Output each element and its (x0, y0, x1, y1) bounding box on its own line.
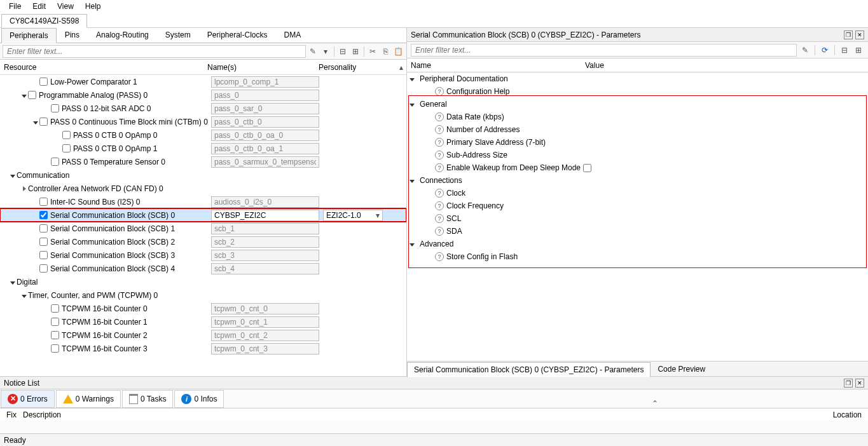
collapse-all-icon[interactable]: ⊟ (337, 46, 348, 57)
resource-name-input[interactable] (211, 156, 319, 168)
tree-row[interactable]: Communication (0, 168, 406, 182)
tree-row[interactable]: Programmable Analog (PASS) 0 (0, 88, 406, 102)
tree-row[interactable]: Timer, Counter, and PWM (TCPWM) 0 (0, 288, 406, 302)
chevron-right-icon[interactable] (20, 184, 28, 193)
chevron-down-icon[interactable] (20, 91, 28, 100)
resource-checkbox[interactable] (28, 91, 36, 99)
param-group[interactable]: Advanced (407, 238, 868, 250)
help-icon[interactable]: ? (435, 163, 444, 172)
menu-edit[interactable]: Edit (27, 1, 51, 12)
menubar[interactable]: File Edit View Help (0, 0, 868, 13)
restore-icon[interactable]: ❐ (844, 30, 853, 39)
paste-icon[interactable]: 📋 (392, 46, 404, 57)
param-body[interactable]: Peripheral Documentation?Configuration H… (407, 72, 868, 361)
tab-peripheral-clocks[interactable]: Peripheral-Clocks (199, 27, 276, 43)
restore-icon[interactable]: ❐ (844, 379, 853, 388)
tree-row[interactable]: Controller Area Network FD (CAN FD) 0 (0, 182, 406, 195)
funnel-icon[interactable]: ▾ (320, 46, 331, 57)
param-checkbox[interactable] (583, 164, 591, 172)
resource-name-input[interactable] (211, 236, 319, 248)
col-name[interactable]: Name(s) (207, 63, 319, 72)
resource-checkbox[interactable] (51, 344, 59, 353)
tree-row[interactable]: PASS 0 12-bit SAR ADC 0 (0, 102, 406, 115)
close-icon[interactable]: ✕ (855, 379, 864, 388)
cut-icon[interactable]: ✂ (367, 46, 378, 57)
personality-dropdown[interactable]: EZI2C-1.0▾ (323, 210, 383, 221)
resource-name-input[interactable] (211, 343, 319, 355)
tree-row[interactable]: Serial Communication Block (SCB) 2 (0, 235, 406, 248)
resource-checkbox[interactable] (51, 318, 59, 326)
help-icon[interactable]: ? (435, 138, 444, 147)
tasks-button[interactable]: 0 Tasks (122, 390, 173, 408)
menu-view[interactable]: View (52, 1, 79, 12)
expand-all-icon[interactable]: ⊞ (350, 46, 361, 57)
resource-checkbox[interactable] (51, 331, 59, 339)
tab-system[interactable]: System (157, 27, 199, 43)
tree-row[interactable]: PASS 0 Continuous Time Block mini (CTBm)… (0, 115, 406, 128)
tree-body[interactable]: Low-Power Comparator 1Programmable Analo… (0, 75, 406, 376)
clear-filter-icon[interactable]: ✎ (799, 44, 811, 56)
help-icon[interactable]: ? (435, 151, 444, 159)
help-icon[interactable]: ? (435, 189, 444, 198)
col-fix[interactable]: Fix (6, 410, 17, 419)
resource-name-input[interactable] (211, 130, 319, 141)
resource-name-input[interactable] (211, 303, 319, 314)
resource-name-input[interactable] (211, 250, 319, 261)
tree-row[interactable]: Inter-IC Sound Bus (I2S) 0 (0, 195, 406, 208)
tab-analog-routing[interactable]: Analog-Routing (88, 27, 157, 43)
scroll-up-icon[interactable]: ▴ (396, 63, 406, 72)
chevron-down-icon[interactable] (410, 176, 417, 185)
tree-row[interactable]: Serial Communication Block (SCB) 0EZI2C-… (0, 208, 406, 222)
menu-file[interactable]: File (4, 1, 26, 12)
tab-pins[interactable]: Pins (57, 27, 88, 43)
tree-row[interactable]: TCPWM 16-bit Counter 1 (0, 315, 406, 328)
right-filter-input[interactable] (411, 44, 797, 57)
chevron-down-icon[interactable] (9, 171, 17, 180)
resource-name-input[interactable] (211, 210, 319, 221)
filter-input[interactable] (3, 45, 306, 58)
chevron-down-icon[interactable] (20, 291, 28, 300)
col-param-name[interactable]: Name (411, 61, 585, 70)
col-personality[interactable]: Personality (319, 63, 396, 72)
resource-checkbox[interactable] (39, 118, 48, 126)
resource-name-input[interactable] (211, 103, 319, 114)
tree-row[interactable]: PASS 0 CTB 0 OpAmp 0 (0, 128, 406, 142)
bottom-tab-code-preview[interactable]: Code Preview (651, 362, 712, 377)
resource-name-input[interactable] (211, 143, 319, 154)
col-location[interactable]: Location (833, 410, 862, 419)
resource-checkbox[interactable] (39, 224, 48, 233)
resource-checkbox[interactable] (39, 198, 48, 206)
sort-chevron-icon[interactable]: ⌃ (652, 399, 658, 408)
param-group[interactable]: General (407, 98, 868, 111)
resource-name-input[interactable] (211, 76, 319, 88)
resource-name-input[interactable] (211, 196, 319, 208)
resource-name-input[interactable] (211, 116, 319, 128)
tab-dma[interactable]: DMA (276, 27, 310, 43)
resource-name-input[interactable] (211, 263, 319, 274)
resource-checkbox[interactable] (39, 251, 48, 259)
help-icon[interactable]: ? (435, 201, 444, 210)
resource-checkbox[interactable] (62, 144, 71, 152)
resource-checkbox[interactable] (62, 131, 71, 139)
help-icon[interactable]: ? (435, 125, 444, 134)
resource-checkbox[interactable] (39, 238, 48, 246)
tree-row[interactable]: Serial Communication Block (SCB) 4 (0, 262, 406, 275)
errors-button[interactable]: ✕0 Errors (1, 390, 55, 408)
collapse-all-icon[interactable]: ⊟ (839, 44, 850, 56)
chip-tab[interactable]: CY8C4149AZI-S598 (1, 14, 87, 28)
tab-peripherals[interactable]: Peripherals (1, 28, 57, 43)
chevron-down-icon[interactable] (410, 100, 417, 109)
close-icon[interactable]: ✕ (855, 30, 864, 39)
tree-row[interactable]: Serial Communication Block (SCB) 1 (0, 222, 406, 235)
chevron-down-icon[interactable] (410, 240, 417, 248)
warnings-button[interactable]: 0 Warnings (56, 390, 121, 408)
tree-row[interactable]: Low-Power Comparator 1 (0, 75, 406, 88)
bottom-tab-parameters[interactable]: Serial Communication Block (SCB) 0 (CYBS… (407, 362, 651, 377)
chevron-down-icon[interactable] (9, 278, 17, 287)
clear-filter-icon[interactable]: ✎ (307, 46, 319, 57)
resource-checkbox[interactable] (39, 264, 48, 273)
tree-row[interactable]: TCPWM 16-bit Counter 0 (0, 302, 406, 315)
help-icon[interactable]: ? (435, 227, 444, 236)
resource-name-input[interactable] (211, 316, 319, 328)
tree-row[interactable]: Digital (0, 275, 406, 288)
